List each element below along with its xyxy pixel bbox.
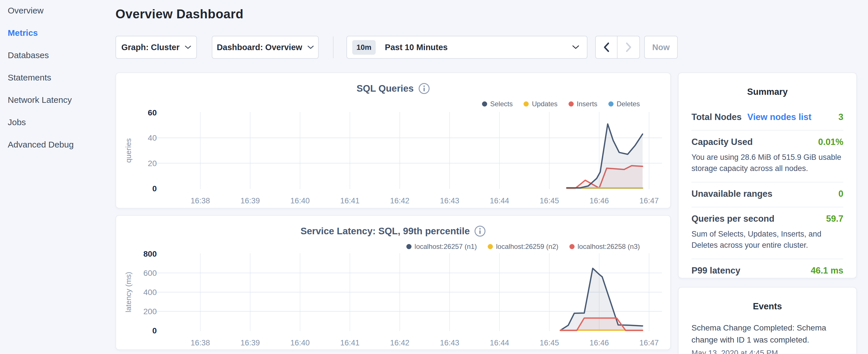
qps-value: 59.7 [826,214,843,224]
capacity-used-value: 0.01% [818,137,843,147]
x-tick-label: 16:41 [340,196,360,205]
x-tick-label: 16:43 [440,196,459,205]
y-tick-label: 20 [148,159,157,168]
summary-row-capacity: Capacity Used 0.01% You are using 28.6 M… [691,131,843,183]
time-range-select[interactable]: 10m Past 10 Minutes [346,36,587,59]
now-button-label: Now [652,43,670,52]
service-latency-chart-card: Service Latency: SQL, 99th percentile lo… [116,215,671,350]
x-tick-label: 16:46 [589,196,609,205]
x-tick-label: 16:45 [539,196,559,205]
y-axis-label: queries [124,138,133,163]
y-tick-label: 0 [152,184,157,193]
summary-row-p99: P99 latency 46.1 ms [691,259,843,279]
y-tick-label: 60 [148,108,157,117]
x-tick-label: 16:43 [440,339,459,347]
graph-scope-select[interactable]: Graph: Cluster [116,36,197,59]
chevron-left-icon [603,42,610,53]
p99-latency-label: P99 latency [691,265,741,276]
chart-plot[interactable]: 020406016:3816:3916:4016:4116:4216:4316:… [116,73,670,208]
x-tick-label: 16:45 [539,339,559,347]
dashboard-select-label: Dashboard: Overview [217,43,302,52]
time-step-back-button[interactable] [596,36,618,58]
x-tick-label: 16:44 [490,339,509,347]
total-nodes-value: 3 [838,112,843,122]
sidebar-item-overview[interactable]: Overview [8,0,116,22]
capacity-used-description: You are using 28.6 MiB of 515.9 GiB usab… [691,152,843,174]
x-tick-label: 16:38 [191,196,210,205]
summary-row-total-nodes: Total Nodes View nodes list 3 [691,106,843,131]
now-button[interactable]: Now [644,36,678,59]
x-tick-label: 16:42 [390,339,409,347]
x-tick-label: 16:41 [340,339,360,347]
event-list-item[interactable]: Schema Change Completed: Schema change w… [691,322,843,354]
y-tick-label: 400 [143,288,157,297]
sidebar-item-statements[interactable]: Statements [8,66,116,89]
x-tick-label: 16:47 [639,339,659,347]
x-tick-label: 16:47 [639,196,659,205]
summary-row-unavailable-ranges: Unavailable ranges 0 [691,183,843,207]
sql-queries-chart-card: SQL Queries SelectsUpdatesInsertsDeletes… [116,72,671,208]
y-tick-label: 0 [152,326,157,335]
time-range-badge: 10m [352,40,376,55]
sidebar-item-jobs[interactable]: Jobs [8,110,116,134]
page-title: Overview Dashboard [116,7,244,21]
x-tick-label: 16:39 [241,339,260,347]
chevron-down-icon [185,45,191,49]
sidebar-item-databases[interactable]: Databases [8,43,116,67]
summary-title: Summary [691,87,843,97]
event-text: Schema Change Completed: Schema change w… [691,322,843,346]
x-tick-label: 16:39 [241,196,260,205]
unavailable-ranges-label: Unavailable ranges [691,189,773,199]
time-range-label: Past 10 Minutes [385,43,447,52]
total-nodes-label: Total Nodes [691,112,742,122]
controls-divider [333,36,334,58]
summary-panel: Summary Total Nodes View nodes list 3 Ca… [678,72,857,279]
event-timestamp: May 13, 2020 at 4:45 PM [691,349,843,354]
dashboard-select[interactable]: Dashboard: Overview [212,36,319,59]
x-tick-label: 16:40 [290,339,310,347]
sidebar-item-advanced-debug[interactable]: Advanced Debug [8,133,116,156]
sidebar-item-metrics[interactable]: Metrics [8,21,116,45]
chevron-down-icon [572,45,580,50]
y-axis-label: latency (ms) [124,272,133,313]
chevron-right-icon [625,42,631,53]
chevron-down-icon [308,45,314,49]
p99-latency-value: 46.1 ms [811,265,843,276]
chart-plot[interactable]: 020040060080016:3816:3916:4016:4116:4216… [116,216,670,349]
y-tick-label: 40 [148,133,157,142]
x-tick-label: 16:46 [589,339,609,347]
qps-description: Sum of Selects, Updates, Inserts, and De… [691,229,843,251]
y-tick-label: 800 [143,250,157,258]
sidebar: Overview Metrics Databases Statements Ne… [0,0,116,156]
x-tick-label: 16:38 [191,339,210,347]
x-tick-label: 16:42 [390,196,409,205]
capacity-used-label: Capacity Used [691,137,753,147]
chart-svg: 020406016:3816:3916:4016:4116:4216:4316:… [116,73,670,209]
chart-svg: 020040060080016:3816:3916:4016:4116:4216… [116,216,670,351]
qps-label: Queries per second [691,214,774,224]
time-step-buttons [595,36,640,59]
right-column: Summary Total Nodes View nodes list 3 Ca… [678,72,857,354]
x-tick-label: 16:40 [290,196,310,205]
view-nodes-list-link[interactable]: View nodes list [747,112,811,122]
events-title: Events [691,301,843,312]
time-step-forward-button[interactable] [618,36,639,58]
events-panel: Events Schema Change Completed: Schema c… [678,287,857,354]
graph-scope-label: Graph: Cluster [121,43,179,52]
summary-row-qps: Queries per second 59.7 Sum of Selects, … [691,207,843,259]
x-tick-label: 16:44 [490,196,509,205]
y-tick-label: 600 [143,269,157,278]
y-tick-label: 200 [143,307,157,316]
sidebar-item-network-latency[interactable]: Network Latency [8,88,116,112]
unavailable-ranges-value: 0 [838,189,843,199]
